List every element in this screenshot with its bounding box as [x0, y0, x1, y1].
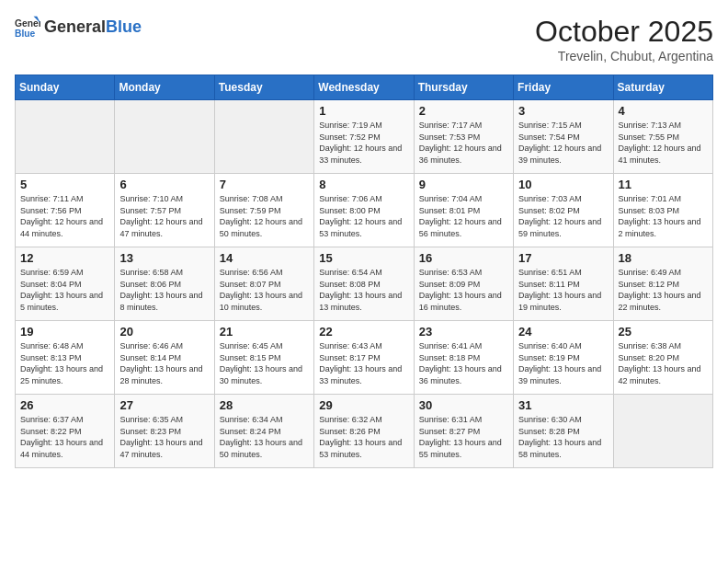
cell-info: Sunrise: 6:54 AM Sunset: 8:08 PM Dayligh…	[319, 267, 408, 313]
cell-info: Sunrise: 6:35 AM Sunset: 8:23 PM Dayligh…	[119, 414, 209, 460]
day-number: 27	[119, 398, 209, 412]
cell-info: Sunrise: 6:51 AM Sunset: 8:11 PM Dayligh…	[518, 267, 608, 313]
calendar-cell: 30Sunrise: 6:31 AM Sunset: 8:27 PM Dayli…	[414, 395, 513, 468]
cell-info: Sunrise: 6:30 AM Sunset: 8:28 PM Dayligh…	[518, 414, 608, 460]
calendar-cell: 9Sunrise: 7:04 AM Sunset: 8:01 PM Daylig…	[414, 174, 513, 247]
day-number: 1	[319, 104, 408, 118]
weekday-header-wednesday: Wednesday	[314, 75, 414, 100]
logo-icon: General Blue	[15, 15, 40, 40]
cell-info: Sunrise: 7:15 AM Sunset: 7:54 PM Dayligh…	[518, 120, 608, 166]
day-number: 7	[220, 178, 309, 191]
day-number: 4	[619, 104, 708, 118]
calendar-cell: 28Sunrise: 6:34 AM Sunset: 8:24 PM Dayli…	[214, 395, 313, 468]
day-number: 18	[619, 251, 708, 265]
cell-info: Sunrise: 7:04 AM Sunset: 8:01 PM Dayligh…	[419, 193, 508, 239]
day-number: 23	[419, 325, 508, 339]
day-number: 21	[220, 325, 309, 339]
cell-info: Sunrise: 6:37 AM Sunset: 8:22 PM Dayligh…	[20, 414, 109, 460]
cell-info: Sunrise: 7:11 AM Sunset: 7:56 PM Dayligh…	[20, 193, 109, 239]
day-number: 29	[319, 398, 408, 412]
cell-info: Sunrise: 6:48 AM Sunset: 8:13 PM Dayligh…	[20, 340, 109, 386]
cell-info: Sunrise: 7:19 AM Sunset: 7:52 PM Dayligh…	[319, 120, 408, 166]
cell-info: Sunrise: 6:45 AM Sunset: 8:15 PM Dayligh…	[220, 340, 309, 386]
cell-info: Sunrise: 6:59 AM Sunset: 8:04 PM Dayligh…	[20, 267, 109, 313]
day-number: 22	[319, 325, 408, 339]
calendar-cell: 26Sunrise: 6:37 AM Sunset: 8:22 PM Dayli…	[16, 395, 115, 468]
cell-info: Sunrise: 7:10 AM Sunset: 7:57 PM Dayligh…	[119, 193, 209, 239]
logo: General Blue GeneralBlue	[15, 15, 142, 40]
cell-info: Sunrise: 7:08 AM Sunset: 7:59 PM Dayligh…	[220, 193, 309, 239]
title-block: October 2025 Trevelin, Chubut, Argentina	[535, 15, 713, 63]
day-number: 26	[20, 398, 109, 412]
cell-info: Sunrise: 7:06 AM Sunset: 8:00 PM Dayligh…	[319, 193, 408, 239]
calendar-cell: 20Sunrise: 6:46 AM Sunset: 8:14 PM Dayli…	[115, 321, 214, 395]
day-number: 14	[220, 251, 309, 265]
cell-info: Sunrise: 6:46 AM Sunset: 8:14 PM Dayligh…	[119, 340, 209, 386]
calendar-cell: 31Sunrise: 6:30 AM Sunset: 8:28 PM Dayli…	[514, 395, 613, 468]
calendar-cell: 21Sunrise: 6:45 AM Sunset: 8:15 PM Dayli…	[214, 321, 313, 395]
logo-blue-text: Blue	[106, 17, 142, 36]
calendar-cell: 22Sunrise: 6:43 AM Sunset: 8:17 PM Dayli…	[314, 321, 414, 395]
calendar-cell: 19Sunrise: 6:48 AM Sunset: 8:13 PM Dayli…	[16, 321, 115, 395]
cell-info: Sunrise: 6:56 AM Sunset: 8:07 PM Dayligh…	[220, 267, 309, 313]
cell-info: Sunrise: 6:41 AM Sunset: 8:18 PM Dayligh…	[419, 340, 508, 386]
weekday-header-monday: Monday	[115, 75, 214, 100]
day-number: 30	[419, 398, 508, 412]
logo-general-text: General	[44, 17, 106, 36]
day-number: 13	[119, 251, 209, 265]
calendar-cell	[16, 100, 115, 174]
calendar-cell: 18Sunrise: 6:49 AM Sunset: 8:12 PM Dayli…	[613, 247, 712, 321]
calendar-cell: 29Sunrise: 6:32 AM Sunset: 8:26 PM Dayli…	[314, 395, 414, 468]
calendar-cell: 12Sunrise: 6:59 AM Sunset: 8:04 PM Dayli…	[16, 247, 115, 321]
calendar-cell: 8Sunrise: 7:06 AM Sunset: 8:00 PM Daylig…	[314, 174, 414, 247]
calendar-table: SundayMondayTuesdayWednesdayThursdayFrid…	[15, 75, 713, 468]
location-subtitle: Trevelin, Chubut, Argentina	[535, 49, 713, 63]
day-number: 2	[419, 104, 508, 118]
calendar-body: 1Sunrise: 7:19 AM Sunset: 7:52 PM Daylig…	[16, 100, 713, 468]
calendar-cell: 5Sunrise: 7:11 AM Sunset: 7:56 PM Daylig…	[16, 174, 115, 247]
cell-info: Sunrise: 6:38 AM Sunset: 8:20 PM Dayligh…	[619, 340, 708, 386]
day-number: 11	[619, 178, 708, 191]
calendar-cell: 25Sunrise: 6:38 AM Sunset: 8:20 PM Dayli…	[613, 321, 712, 395]
cell-info: Sunrise: 6:58 AM Sunset: 8:06 PM Dayligh…	[119, 267, 209, 313]
calendar-week-1: 1Sunrise: 7:19 AM Sunset: 7:52 PM Daylig…	[16, 100, 713, 174]
day-number: 6	[119, 178, 209, 191]
day-number: 9	[419, 178, 508, 191]
calendar-cell	[613, 395, 712, 468]
calendar-cell: 27Sunrise: 6:35 AM Sunset: 8:23 PM Dayli…	[115, 395, 214, 468]
weekday-row: SundayMondayTuesdayWednesdayThursdayFrid…	[16, 75, 713, 100]
day-number: 24	[518, 325, 608, 339]
calendar-cell: 6Sunrise: 7:10 AM Sunset: 7:57 PM Daylig…	[115, 174, 214, 247]
cell-info: Sunrise: 7:13 AM Sunset: 7:55 PM Dayligh…	[619, 120, 708, 166]
calendar-week-4: 19Sunrise: 6:48 AM Sunset: 8:13 PM Dayli…	[16, 321, 713, 395]
day-number: 12	[20, 251, 109, 265]
calendar-cell: 14Sunrise: 6:56 AM Sunset: 8:07 PM Dayli…	[214, 247, 313, 321]
weekday-header-saturday: Saturday	[613, 75, 712, 100]
cell-info: Sunrise: 6:53 AM Sunset: 8:09 PM Dayligh…	[419, 267, 508, 313]
day-number: 16	[419, 251, 508, 265]
calendar-week-2: 5Sunrise: 7:11 AM Sunset: 7:56 PM Daylig…	[16, 174, 713, 247]
weekday-header-sunday: Sunday	[16, 75, 115, 100]
page-header: General Blue GeneralBlue October 2025 Tr…	[15, 15, 713, 63]
cell-info: Sunrise: 6:34 AM Sunset: 8:24 PM Dayligh…	[220, 414, 309, 460]
weekday-header-friday: Friday	[514, 75, 613, 100]
calendar-cell: 3Sunrise: 7:15 AM Sunset: 7:54 PM Daylig…	[514, 100, 613, 174]
calendar-cell: 10Sunrise: 7:03 AM Sunset: 8:02 PM Dayli…	[514, 174, 613, 247]
day-number: 10	[518, 178, 608, 191]
calendar-week-3: 12Sunrise: 6:59 AM Sunset: 8:04 PM Dayli…	[16, 247, 713, 321]
day-number: 17	[518, 251, 608, 265]
cell-info: Sunrise: 7:03 AM Sunset: 8:02 PM Dayligh…	[518, 193, 608, 239]
month-title: October 2025	[535, 15, 713, 49]
svg-text:General: General	[15, 18, 40, 29]
weekday-header-thursday: Thursday	[414, 75, 513, 100]
calendar-week-5: 26Sunrise: 6:37 AM Sunset: 8:22 PM Dayli…	[16, 395, 713, 468]
day-number: 5	[20, 178, 109, 191]
day-number: 20	[119, 325, 209, 339]
day-number: 31	[518, 398, 608, 412]
calendar-cell: 23Sunrise: 6:41 AM Sunset: 8:18 PM Dayli…	[414, 321, 513, 395]
calendar-cell: 1Sunrise: 7:19 AM Sunset: 7:52 PM Daylig…	[314, 100, 414, 174]
calendar-cell: 13Sunrise: 6:58 AM Sunset: 8:06 PM Dayli…	[115, 247, 214, 321]
calendar-cell: 17Sunrise: 6:51 AM Sunset: 8:11 PM Dayli…	[514, 247, 613, 321]
calendar-cell: 11Sunrise: 7:01 AM Sunset: 8:03 PM Dayli…	[613, 174, 712, 247]
cell-info: Sunrise: 6:40 AM Sunset: 8:19 PM Dayligh…	[518, 340, 608, 386]
